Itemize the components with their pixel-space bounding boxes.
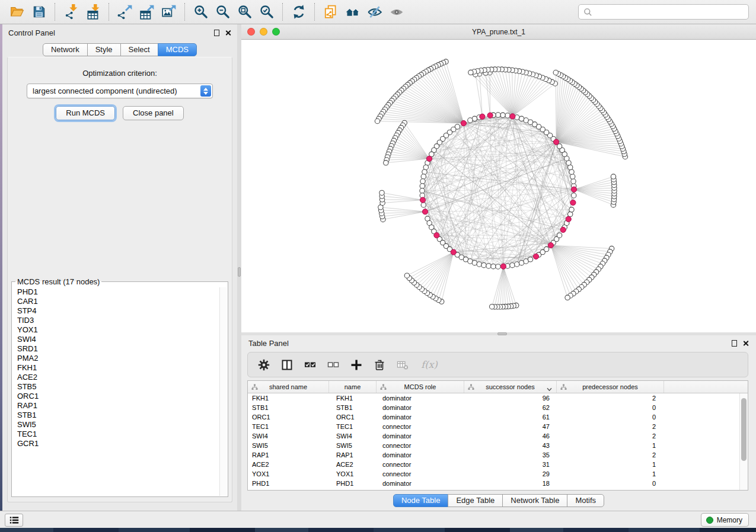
tab-select[interactable]: Select xyxy=(120,43,158,56)
houses-button[interactable] xyxy=(342,2,363,22)
tab-style[interactable]: Style xyxy=(87,43,121,56)
table-row[interactable]: SWI4SWI4dominator462 xyxy=(248,431,739,441)
mcds-result-item[interactable]: SWI4 xyxy=(12,335,219,344)
table-tab-motifs[interactable]: Motifs xyxy=(567,494,604,507)
delete-column-button[interactable] xyxy=(373,358,386,371)
mcds-node-STP4[interactable] xyxy=(487,113,493,118)
export-image-button[interactable] xyxy=(158,2,180,22)
table-row[interactable]: FKH1FKH1dominator962 xyxy=(248,393,739,403)
splitter-grip[interactable] xyxy=(238,267,241,277)
close-panel-icon[interactable] xyxy=(225,30,231,36)
table-row[interactable]: RAP1RAP1dominator352 xyxy=(248,450,739,460)
mcds-result-item[interactable]: GCR1 xyxy=(12,439,219,448)
minimize-window-icon[interactable] xyxy=(260,28,267,36)
table-row[interactable]: ACE2ACE2connector311 xyxy=(248,460,739,469)
zoom-out-button[interactable] xyxy=(212,2,234,22)
mcds-node-STB1[interactable] xyxy=(461,120,466,126)
table-row[interactable]: STB1STB1dominator620 xyxy=(248,403,739,412)
import-network-button[interactable] xyxy=(60,2,82,22)
import-table-button[interactable] xyxy=(82,2,104,22)
select-all-rows-button[interactable] xyxy=(304,358,317,371)
mcds-result-item[interactable]: ACE2 xyxy=(12,373,219,382)
network-window-titlebar[interactable]: YPA_prune.txt_1 xyxy=(241,24,756,40)
mcds-result-item[interactable]: CAR1 xyxy=(12,297,219,306)
tab-network[interactable]: Network xyxy=(43,43,88,56)
zoom-in-button[interactable] xyxy=(190,2,212,22)
task-history-button[interactable] xyxy=(5,514,23,527)
close-window-icon[interactable] xyxy=(247,28,255,36)
column-header-name[interactable]: name xyxy=(329,381,377,393)
zoom-fit-button[interactable] xyxy=(234,2,256,22)
close-panel-button[interactable]: Close panel xyxy=(123,106,184,120)
mcds-result-item[interactable]: FKH1 xyxy=(12,363,219,373)
save-session-button[interactable] xyxy=(28,2,50,22)
mcds-node-CAR1[interactable] xyxy=(480,114,485,119)
table-row[interactable]: YOX1YOX1connector291 xyxy=(248,469,739,479)
table-settings-button[interactable] xyxy=(257,358,270,371)
run-mcds-button[interactable]: Run MCDS xyxy=(56,106,115,120)
mcds-node-SWI5[interactable] xyxy=(426,156,432,161)
mcds-node-GCR1[interactable] xyxy=(434,233,439,238)
table-row[interactable]: ORC1ORC1dominator610 xyxy=(248,412,739,422)
mcds-node-PMA2[interactable] xyxy=(560,227,566,232)
mcds-result-item[interactable]: STP4 xyxy=(12,306,219,316)
mcds-node-TID3[interactable] xyxy=(570,200,576,205)
float-panel-icon[interactable] xyxy=(732,340,737,347)
mcds-result-item[interactable]: TID3 xyxy=(12,316,219,325)
mcds-result-item[interactable]: TEC1 xyxy=(12,430,219,439)
column-header-predecessor-nodes[interactable]: predecessor nodes xyxy=(557,381,664,393)
zoom-selected-button[interactable] xyxy=(256,2,277,22)
add-column-button[interactable] xyxy=(350,358,363,371)
mcds-node-ACE2[interactable] xyxy=(500,264,506,269)
search-input[interactable] xyxy=(592,6,748,18)
optimization-select[interactable]: largest connected component (undirected) xyxy=(27,84,213,98)
network-canvas[interactable] xyxy=(241,40,756,332)
table-tab-edge-table[interactable]: Edge Table xyxy=(448,494,503,507)
tab-mcds[interactable]: MCDS xyxy=(158,43,197,56)
mcds-node-SWI4[interactable] xyxy=(451,249,456,255)
table-row[interactable]: PHD1PHD1dominator180 xyxy=(248,479,739,488)
table-scrollbar-thumb[interactable] xyxy=(741,398,747,461)
mcds-result-item[interactable]: STB5 xyxy=(12,382,219,392)
column-header-MCDS-role[interactable]: MCDS role xyxy=(377,381,464,393)
table-scrollbar[interactable] xyxy=(739,393,748,490)
mcds-result-item[interactable]: RAP1 xyxy=(12,401,219,411)
hide-selected-button[interactable] xyxy=(363,2,385,22)
mcds-result-item[interactable]: PMA2 xyxy=(12,354,219,363)
table-row[interactable]: SWI5SWI5connector431 xyxy=(248,441,739,450)
deselect-all-rows-button[interactable] xyxy=(327,358,340,371)
mcds-node-PHD1[interactable] xyxy=(420,197,425,203)
column-visibility-button[interactable] xyxy=(280,358,294,371)
export-table-button[interactable] xyxy=(136,2,158,22)
mcds-node-STB5[interactable] xyxy=(533,254,538,259)
mcds-node-FKH1[interactable] xyxy=(554,139,559,145)
vertical-splitter[interactable] xyxy=(237,24,241,511)
open-session-button[interactable] xyxy=(6,2,28,22)
new-network-from-selection-button[interactable] xyxy=(320,2,342,22)
column-header-successor-nodes[interactable]: successor nodes xyxy=(464,381,557,393)
table-tab-network-table[interactable]: Network Table xyxy=(502,494,567,507)
mcds-result-item[interactable]: STB1 xyxy=(12,411,219,420)
search-box[interactable] xyxy=(578,4,749,20)
zoom-window-icon[interactable] xyxy=(272,28,280,36)
mcds-node-TEC1[interactable] xyxy=(548,243,553,248)
mcds-result-item[interactable]: SWI5 xyxy=(12,420,219,430)
export-network-button[interactable] xyxy=(114,2,136,22)
mcds-result-item[interactable]: SRD1 xyxy=(12,344,219,354)
mcds-node-YOX1[interactable] xyxy=(422,209,428,214)
show-all-button[interactable] xyxy=(385,2,407,22)
table-row[interactable]: TEC1TEC1connector472 xyxy=(248,422,739,431)
refresh-view-button[interactable] xyxy=(288,2,310,22)
mcds-result-item[interactable]: PHD1 xyxy=(12,287,219,297)
mcds-node-ORC1[interactable] xyxy=(510,114,515,119)
close-panel-icon[interactable] xyxy=(742,340,749,347)
table-tab-node-table[interactable]: Node Table xyxy=(393,494,449,507)
column-header-shared-name[interactable]: shared name xyxy=(248,381,329,393)
mcds-node-RAP1[interactable] xyxy=(571,187,576,192)
memory-button[interactable]: Memory xyxy=(701,513,749,527)
float-panel-icon[interactable] xyxy=(214,30,219,36)
mcds-result-item[interactable]: YOX1 xyxy=(12,325,219,335)
mcds-list-scrollbar[interactable] xyxy=(219,287,227,496)
mcds-result-item[interactable]: ORC1 xyxy=(12,392,219,401)
mcds-node-SRD1[interactable] xyxy=(566,216,571,222)
